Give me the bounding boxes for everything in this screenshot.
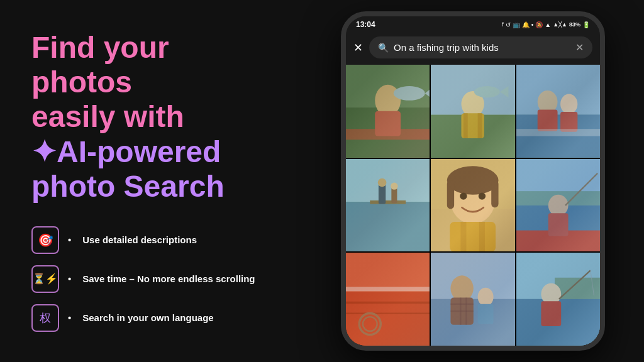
svg-rect-71 bbox=[516, 253, 600, 346]
svg-rect-45 bbox=[516, 159, 600, 206]
search-back-button[interactable]: ✕ bbox=[353, 41, 363, 55]
twitch-icon: 📺 bbox=[513, 21, 520, 28]
svg-rect-52 bbox=[346, 253, 430, 346]
feature-text-3: Search in your own language bbox=[82, 312, 213, 323]
svg-rect-74 bbox=[555, 278, 600, 299]
svg-rect-59 bbox=[346, 287, 430, 292]
svg-rect-62 bbox=[431, 299, 514, 346]
photo-4[interactable] bbox=[346, 159, 430, 252]
svg-rect-34 bbox=[431, 209, 514, 251]
search-bar[interactable]: ✕ 🔍 On a fishing trip with kids ✕ bbox=[346, 31, 600, 65]
svg-point-19 bbox=[537, 90, 557, 113]
right-panel: 13:04 f ↺ 📺 🔔 • 🔕 ▲ ▲╳▲ 83% 🔋 ✕ 🔍 On a f… bbox=[302, 0, 644, 362]
kanji-icon: 权 bbox=[31, 304, 59, 332]
svg-point-39 bbox=[460, 192, 467, 199]
svg-line-77 bbox=[558, 271, 590, 299]
svg-point-49 bbox=[548, 194, 568, 216]
facebook-icon: f bbox=[502, 21, 504, 28]
svg-point-31 bbox=[391, 182, 397, 189]
svg-rect-14 bbox=[464, 113, 468, 138]
status-time: 13:04 bbox=[356, 20, 375, 29]
svg-line-78 bbox=[590, 271, 594, 296]
signal-icon: ▲╳▲ bbox=[553, 21, 567, 28]
svg-rect-22 bbox=[560, 112, 577, 132]
svg-rect-72 bbox=[516, 253, 600, 299]
svg-rect-53 bbox=[346, 288, 430, 346]
feature-text-1: Use detailed descriptions bbox=[82, 234, 197, 245]
svg-rect-70 bbox=[478, 304, 494, 324]
photo-2[interactable] bbox=[431, 65, 514, 158]
svg-point-69 bbox=[478, 288, 494, 307]
svg-rect-2 bbox=[346, 129, 430, 140]
svg-rect-9 bbox=[431, 65, 514, 115]
photo-9[interactable] bbox=[516, 253, 600, 346]
feature-item-2: ⏳⚡ • Save time – No more endless scrolli… bbox=[31, 265, 277, 293]
photo-8[interactable] bbox=[431, 253, 514, 346]
phone-mockup: 13:04 f ↺ 📺 🔔 • 🔕 ▲ ▲╳▲ 83% 🔋 ✕ 🔍 On a f… bbox=[341, 11, 605, 351]
headline-line4: photo Search bbox=[31, 169, 277, 204]
svg-rect-60 bbox=[431, 253, 514, 346]
svg-rect-32 bbox=[431, 159, 514, 252]
svg-point-57 bbox=[359, 314, 380, 335]
svg-rect-38 bbox=[492, 180, 499, 207]
svg-rect-23 bbox=[516, 129, 600, 136]
svg-rect-4 bbox=[375, 111, 401, 136]
svg-rect-16 bbox=[516, 65, 600, 158]
search-input-container[interactable]: 🔍 On a fishing trip with kids ✕ bbox=[369, 36, 592, 58]
svg-rect-20 bbox=[537, 110, 557, 131]
status-bar: 13:04 f ↺ 📺 🔔 • 🔕 ▲ ▲╳▲ 83% 🔋 bbox=[346, 16, 600, 31]
refresh-icon: ↺ bbox=[506, 21, 511, 28]
svg-rect-42 bbox=[461, 222, 467, 252]
feature-item-3: 权 • Search in your own language bbox=[31, 304, 277, 332]
photo-7[interactable] bbox=[346, 253, 430, 346]
svg-point-29 bbox=[378, 178, 387, 187]
svg-rect-17 bbox=[516, 65, 600, 115]
svg-point-3 bbox=[375, 85, 401, 116]
svg-point-10 bbox=[462, 91, 484, 117]
svg-rect-15 bbox=[478, 113, 482, 138]
svg-line-51 bbox=[565, 173, 597, 205]
search-query-text[interactable]: On a fishing trip with kids bbox=[394, 42, 570, 53]
svg-rect-18 bbox=[516, 115, 600, 158]
svg-rect-61 bbox=[431, 253, 514, 299]
headline: Find your photos easily with ✦AI-powered… bbox=[31, 30, 277, 204]
svg-rect-44 bbox=[516, 159, 600, 252]
photo-6[interactable] bbox=[516, 159, 600, 252]
svg-point-75 bbox=[541, 283, 561, 305]
svg-rect-47 bbox=[516, 191, 600, 206]
photo-5[interactable] bbox=[431, 159, 514, 252]
photo-3[interactable] bbox=[516, 65, 600, 158]
left-panel: Find your photos easily with ✦AI-powered… bbox=[0, 0, 302, 362]
features-list: 🎯 • Use detailed descriptions ⏳⚡ • Save … bbox=[31, 226, 277, 332]
dot-icon: • bbox=[531, 21, 534, 28]
svg-rect-8 bbox=[431, 115, 514, 158]
status-icons: f ↺ 📺 🔔 • 🔕 ▲ ▲╳▲ 83% 🔋 bbox=[502, 21, 590, 28]
photo-grid bbox=[346, 65, 600, 346]
photo-1[interactable] bbox=[346, 65, 430, 158]
wifi-icon: ▲ bbox=[545, 21, 551, 28]
notification-icon: 🔔 bbox=[522, 21, 530, 28]
search-clear-button[interactable]: ✕ bbox=[575, 41, 584, 53]
svg-rect-76 bbox=[541, 302, 561, 327]
svg-point-40 bbox=[479, 192, 486, 199]
svg-rect-43 bbox=[479, 222, 485, 252]
svg-rect-1 bbox=[346, 107, 430, 158]
svg-rect-37 bbox=[447, 180, 454, 209]
svg-rect-24 bbox=[346, 159, 430, 252]
svg-rect-48 bbox=[516, 230, 600, 251]
battery-label: 83% bbox=[569, 21, 580, 28]
svg-rect-0 bbox=[346, 65, 430, 158]
svg-rect-27 bbox=[370, 200, 406, 204]
feature-item-1: 🎯 • Use detailed descriptions bbox=[31, 226, 277, 254]
headline-line3: ✦AI-powered bbox=[31, 134, 277, 169]
search-icon: 🔍 bbox=[378, 43, 389, 53]
svg-rect-28 bbox=[379, 184, 386, 204]
target-icon: 🎯 bbox=[31, 226, 59, 254]
mute-icon: 🔕 bbox=[535, 21, 543, 28]
battery-icon: 🔋 bbox=[582, 21, 590, 28]
svg-point-58 bbox=[363, 317, 377, 332]
headline-line2: easily with bbox=[31, 99, 277, 134]
svg-rect-54 bbox=[346, 253, 430, 292]
svg-point-5 bbox=[394, 86, 425, 101]
svg-marker-13 bbox=[500, 86, 509, 97]
